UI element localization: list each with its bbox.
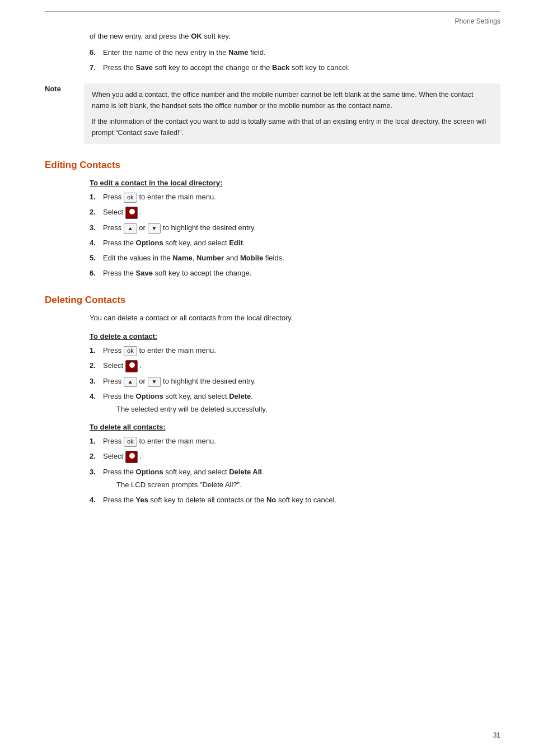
delall-step-1: 1. Press ok to enter the main menu. — [90, 436, 500, 447]
edit-step-3: 3. Press ▲ or ▼ to highlight the desired… — [90, 222, 500, 234]
delete-all-key-label: Delete All — [229, 468, 262, 476]
delall-step-3-sub: The LCD screen prompts "Delete All?". — [116, 479, 500, 491]
edit-step-6: 6. Press the Save soft key to accept the… — [90, 268, 500, 279]
del-step-1: 1. Press ok to enter the main menu. — [90, 345, 500, 357]
deleting-contacts-section: Deleting Contacts You can delete a conta… — [45, 295, 500, 506]
delall-step-2: 2. Select . — [90, 451, 500, 463]
intro-line1: of the new entry, and press the OK soft … — [90, 31, 500, 43]
no-key-label: No — [266, 496, 276, 504]
number-field: Number — [196, 254, 224, 262]
edit-step-4: 4. Press the Options soft key, and selec… — [90, 237, 500, 249]
note-content: When you add a contact, the office numbe… — [84, 83, 500, 144]
note-para1: When you add a contact, the office numbe… — [92, 89, 493, 111]
ok-button-icon: ok — [124, 193, 137, 203]
page-header: Phone Settings — [45, 17, 500, 25]
deleting-intro: You can delete a contact or all contacts… — [90, 312, 500, 324]
note-label: Note — [45, 83, 84, 144]
name-field: Name — [172, 254, 192, 262]
up-arrow-key: ▲ — [124, 223, 137, 234]
down-arrow-key-del: ▼ — [148, 377, 161, 387]
editing-contacts-title: Editing Contacts — [45, 160, 500, 171]
editing-steps: 1. Press ok to enter the main menu. 2. S… — [90, 192, 500, 279]
delall-step-4: 4. Press the Yes soft key to delete all … — [90, 494, 500, 506]
delete-all-steps: 1. Press ok to enter the main menu. 2. S… — [90, 436, 500, 506]
editing-contacts-subsection: To edit a contact in the local directory… — [90, 179, 500, 187]
back-key-label: Back — [272, 63, 289, 72]
delete-contact-subsection: To delete a contact: — [90, 332, 500, 340]
del-step-4-sub: The selected entry will be deleted succe… — [116, 404, 500, 416]
delete-steps-1: 1. Press ok to enter the main menu. 2. S… — [90, 345, 500, 415]
save-key-label: Save — [136, 63, 153, 72]
page-container: Phone Settings of the new entry, and pre… — [0, 0, 534, 756]
yes-key-label: Yes — [136, 496, 148, 504]
ok-key-label: OK — [191, 32, 202, 40]
up-arrow-key-del: ▲ — [124, 377, 137, 387]
note-block: Note When you add a contact, the office … — [45, 83, 500, 144]
step-7: 7. Press the Save soft key to accept the… — [90, 62, 500, 74]
del-step-4: 4. Press the Options soft key, and selec… — [90, 391, 500, 416]
options-key-del: Options — [136, 392, 163, 400]
edit-step-1: 1. Press ok to enter the main menu. — [90, 192, 500, 203]
step-6: 6. Enter the name of the new entry in th… — [90, 47, 500, 59]
deleting-contacts-title: Deleting Contacts — [45, 295, 500, 306]
name-field-label: Name — [228, 48, 248, 57]
edit-key-label: Edit — [229, 239, 243, 247]
mobile-field: Mobile — [240, 254, 263, 262]
edit-step-5: 5. Edit the values in the Name, Number a… — [90, 253, 500, 264]
delete-key-label: Delete — [229, 392, 251, 400]
contacts-icon-del2 — [125, 360, 138, 372]
delall-step-3: 3. Press the Options soft key, and selec… — [90, 466, 500, 491]
note-para2: If the information of the contact you wa… — [92, 116, 493, 138]
save-key: Save — [136, 269, 153, 277]
del-step-2: 2. Select . — [90, 360, 500, 372]
pre-steps: 6. Enter the name of the new entry in th… — [90, 47, 500, 74]
del-step-3: 3. Press ▲ or ▼ to highlight the desired… — [90, 376, 500, 388]
header-divider — [45, 11, 500, 12]
page-number: 31 — [493, 731, 500, 739]
edit-step-2: 2. Select . — [90, 207, 500, 219]
options-key-delall: Options — [136, 468, 163, 476]
down-arrow-key: ▼ — [148, 223, 161, 234]
options-key-label: Options — [136, 239, 163, 247]
delete-all-subsection: To delete all contacts: — [90, 423, 500, 431]
editing-contacts-section: Editing Contacts To edit a contact in th… — [45, 160, 500, 279]
contacts-icon-delall2 — [125, 451, 138, 463]
contacts-icon-edit2 — [125, 207, 138, 219]
ok-button-del1: ok — [124, 346, 137, 356]
ok-button-delall1: ok — [124, 437, 137, 447]
